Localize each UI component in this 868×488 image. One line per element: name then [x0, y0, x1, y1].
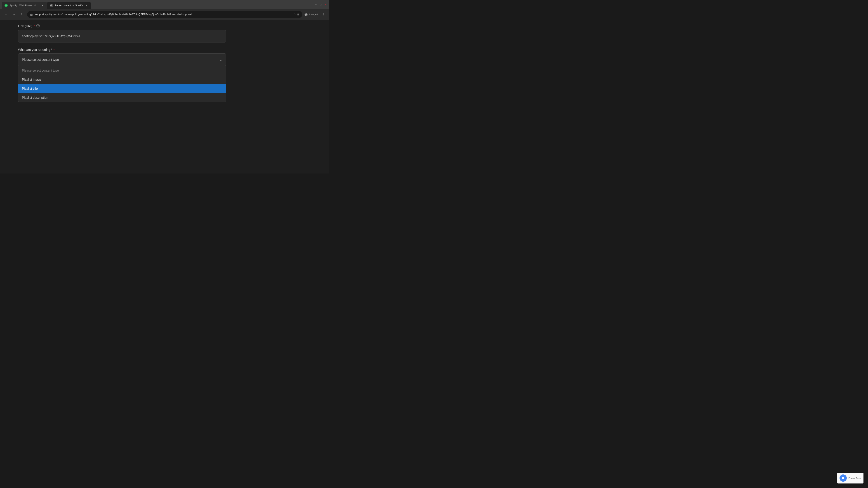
back-button[interactable]: ←: [3, 11, 9, 18]
svg-point-0: [5, 4, 7, 6]
address-icons: ☆ ⊞: [293, 13, 300, 16]
incognito-badge: Incognito: [304, 12, 319, 17]
reporting-field-group: What are you reporting? * Please select …: [18, 48, 226, 66]
reporting-field-label: What are you reporting? *: [18, 48, 226, 52]
window-controls: ─ □ ✕: [314, 3, 327, 6]
browser-chrome: Spotify - Web Player: Music fo... ✕ Repo…: [0, 0, 329, 20]
svg-point-1: [305, 15, 306, 16]
tab-report-content[interactable]: Report content on Spotify ✕: [47, 2, 91, 9]
navigation-bar: ← → ↻ support.spotify.com/us/content-pol…: [0, 9, 329, 20]
reporting-label-text: What are you reporting?: [18, 48, 52, 52]
dropdown-button[interactable]: Please select content type ⌄: [18, 53, 226, 66]
link-field-group: Link (URI) * ?: [18, 24, 226, 42]
reporting-required-star: *: [53, 48, 55, 52]
close-button[interactable]: ✕: [324, 3, 327, 6]
incognito-icon: [304, 12, 308, 17]
dropdown-option-playlist-description[interactable]: Playlist description: [18, 93, 226, 102]
tab-report-label: Report content on Spotify: [55, 4, 83, 7]
forward-button[interactable]: →: [11, 11, 17, 18]
report-favicon: [50, 4, 53, 7]
new-tab-button[interactable]: +: [91, 3, 97, 9]
dropdown-arrow-icon: ⌄: [219, 58, 222, 62]
lock-icon: [30, 13, 33, 16]
page-content: Link (URI) * ? What are you reporting? *…: [0, 20, 329, 173]
dropdown-selected-text: Please select content type: [22, 58, 59, 61]
reload-button[interactable]: ↻: [19, 11, 25, 18]
address-text: support.spotify.com/us/content-policy-re…: [35, 13, 291, 16]
tab-spotify-player[interactable]: Spotify - Web Player: Music fo... ✕: [2, 2, 47, 9]
tab-spotify-close[interactable]: ✕: [41, 4, 44, 7]
link-help-icon[interactable]: ?: [36, 24, 40, 28]
tab-search-icon[interactable]: ⊞: [297, 13, 300, 16]
spotify-favicon: [4, 4, 8, 7]
link-input[interactable]: [18, 30, 226, 42]
browser-menu-button[interactable]: ⋮: [321, 11, 327, 18]
incognito-label: Incognito: [309, 13, 319, 16]
dropdown-option-playlist-image[interactable]: Playlist image: [18, 75, 226, 84]
link-required-star: *: [34, 24, 35, 28]
svg-point-2: [307, 15, 308, 16]
dropdown-option-placeholder[interactable]: Please select content type: [18, 66, 226, 75]
minimize-button[interactable]: ─: [314, 3, 317, 6]
tabs-area: Spotify - Web Player: Music fo... ✕ Repo…: [2, 0, 97, 9]
report-form: Link (URI) * ? What are you reporting? *…: [18, 24, 226, 99]
content-type-dropdown: Please select content type ⌄ Please sele…: [18, 53, 226, 66]
link-label-text: Link (URI): [18, 24, 32, 28]
address-bar[interactable]: support.spotify.com/us/content-policy-re…: [27, 11, 302, 18]
star-icon[interactable]: ☆: [293, 13, 296, 16]
tab-report-close[interactable]: ✕: [85, 4, 88, 7]
title-bar: Spotify - Web Player: Music fo... ✕ Repo…: [0, 0, 329, 9]
dropdown-menu: Please select content type Playlist imag…: [18, 66, 226, 102]
dropdown-option-playlist-title[interactable]: Playlist title: [18, 84, 226, 93]
link-field-label: Link (URI) * ?: [18, 24, 226, 28]
tab-spotify-label: Spotify - Web Player: Music fo...: [9, 4, 39, 7]
maximize-button[interactable]: □: [319, 3, 322, 6]
